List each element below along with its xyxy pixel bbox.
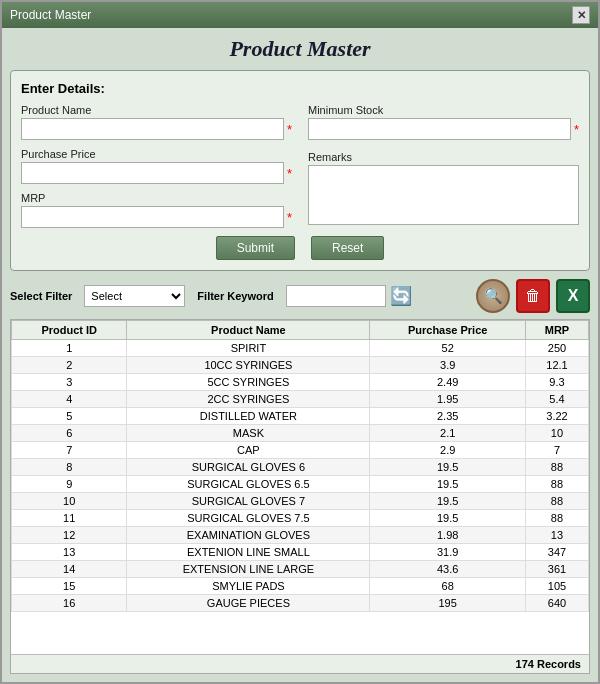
mrp-input[interactable] — [21, 206, 284, 228]
table-row[interactable]: 8 SURGICAL GLOVES 6 19.5 88 — [12, 459, 589, 476]
purchase-price-input[interactable] — [21, 162, 284, 184]
cell-id: 2 — [12, 357, 127, 374]
action-icons: 🔍 🗑 X — [476, 279, 590, 313]
cell-id: 1 — [12, 340, 127, 357]
table-row[interactable]: 4 2CC SYRINGES 1.95 5.4 — [12, 391, 589, 408]
cell-name: SURGICAL GLOVES 6 — [127, 459, 370, 476]
col-purchase-price: Purchase Price — [370, 321, 526, 340]
mrp-group: MRP * — [21, 192, 292, 228]
cell-id: 12 — [12, 527, 127, 544]
remarks-input[interactable] — [308, 165, 579, 225]
cell-id: 10 — [12, 493, 127, 510]
filter-select-wrap: Select Product Name Product ID Purchase … — [84, 285, 185, 307]
select-filter-label: Select Filter — [10, 290, 72, 302]
table-row[interactable]: 2 10CC SYRINGES 3.9 12.1 — [12, 357, 589, 374]
cell-purchase-price: 2.35 — [370, 408, 526, 425]
cell-name: EXAMINATION GLOVES — [127, 527, 370, 544]
product-name-input[interactable] — [21, 118, 284, 140]
cell-name: SMYLIE PADS — [127, 578, 370, 595]
excel-button[interactable]: X — [556, 279, 590, 313]
min-stock-input[interactable] — [308, 118, 571, 140]
cell-name: SURGICAL GLOVES 6.5 — [127, 476, 370, 493]
cell-purchase-price: 1.98 — [370, 527, 526, 544]
cell-id: 3 — [12, 374, 127, 391]
cell-id: 16 — [12, 595, 127, 612]
delete-icon: 🗑 — [525, 287, 541, 305]
cell-purchase-price: 1.95 — [370, 391, 526, 408]
cell-id: 9 — [12, 476, 127, 493]
cell-mrp: 347 — [525, 544, 588, 561]
cell-purchase-price: 2.49 — [370, 374, 526, 391]
cell-mrp: 5.4 — [525, 391, 588, 408]
cell-name: 10CC SYRINGES — [127, 357, 370, 374]
cell-purchase-price: 2.1 — [370, 425, 526, 442]
table-row[interactable]: 6 MASK 2.1 10 — [12, 425, 589, 442]
purchase-price-group: Purchase Price * — [21, 148, 292, 184]
form-section: Enter Details: Product Name * Purchase P… — [10, 70, 590, 271]
cell-mrp: 88 — [525, 476, 588, 493]
submit-button[interactable]: Submit — [216, 236, 295, 260]
title-bar: Product Master ✕ — [2, 2, 598, 28]
cell-purchase-price: 3.9 — [370, 357, 526, 374]
table-row[interactable]: 1 SPIRIT 52 250 — [12, 340, 589, 357]
table-row[interactable]: 15 SMYLIE PADS 68 105 — [12, 578, 589, 595]
cell-mrp: 13 — [525, 527, 588, 544]
cell-id: 11 — [12, 510, 127, 527]
product-table-container: Product ID Product Name Purchase Price M… — [10, 319, 590, 674]
table-row[interactable]: 5 DISTILLED WATER 2.35 3.22 — [12, 408, 589, 425]
search-refresh-button[interactable]: 🔍 — [476, 279, 510, 313]
cell-purchase-price: 19.5 — [370, 493, 526, 510]
filter-refresh-icon[interactable]: 🔄 — [390, 285, 412, 307]
purchase-price-required: * — [287, 166, 292, 181]
cell-name: 5CC SYRINGES — [127, 374, 370, 391]
filter-keyword-input[interactable] — [286, 285, 386, 307]
cell-mrp: 250 — [525, 340, 588, 357]
table-row[interactable]: 14 EXTENSION LINE LARGE 43.6 361 — [12, 561, 589, 578]
cell-purchase-price: 68 — [370, 578, 526, 595]
product-table: Product ID Product Name Purchase Price M… — [11, 320, 589, 612]
product-name-required: * — [287, 122, 292, 137]
cell-id: 7 — [12, 442, 127, 459]
cell-mrp: 9.3 — [525, 374, 588, 391]
delete-button[interactable]: 🗑 — [516, 279, 550, 313]
table-row[interactable]: 10 SURGICAL GLOVES 7 19.5 88 — [12, 493, 589, 510]
cell-name: EXTENSION LINE LARGE — [127, 561, 370, 578]
table-row[interactable]: 3 5CC SYRINGES 2.49 9.3 — [12, 374, 589, 391]
close-button[interactable]: ✕ — [572, 6, 590, 24]
cell-mrp: 88 — [525, 493, 588, 510]
filter-row: Select Filter Select Product Name Produc… — [10, 279, 590, 313]
cell-name: SPIRIT — [127, 340, 370, 357]
mrp-required: * — [287, 210, 292, 225]
reset-button[interactable]: Reset — [311, 236, 384, 260]
form-section-title: Enter Details: — [21, 81, 579, 96]
table-row[interactable]: 16 GAUGE PIECES 195 640 — [12, 595, 589, 612]
cell-purchase-price: 2.9 — [370, 442, 526, 459]
cell-id: 5 — [12, 408, 127, 425]
cell-name: DISTILLED WATER — [127, 408, 370, 425]
table-row[interactable]: 13 EXTENION LINE SMALL 31.9 347 — [12, 544, 589, 561]
records-count: 174 Records — [516, 658, 581, 670]
title-bar-text: Product Master — [10, 8, 91, 22]
cell-mrp: 361 — [525, 561, 588, 578]
cell-id: 14 — [12, 561, 127, 578]
table-header-row: Product ID Product Name Purchase Price M… — [12, 321, 589, 340]
cell-name: GAUGE PIECES — [127, 595, 370, 612]
table-scroll[interactable]: Product ID Product Name Purchase Price M… — [11, 320, 589, 654]
cell-mrp: 640 — [525, 595, 588, 612]
cell-mrp: 105 — [525, 578, 588, 595]
page-title: Product Master — [10, 36, 590, 62]
table-row[interactable]: 11 SURGICAL GLOVES 7.5 19.5 88 — [12, 510, 589, 527]
table-row[interactable]: 7 CAP 2.9 7 — [12, 442, 589, 459]
table-body: 1 SPIRIT 52 250 2 10CC SYRINGES 3.9 12.1… — [12, 340, 589, 612]
cell-purchase-price: 31.9 — [370, 544, 526, 561]
cell-id: 4 — [12, 391, 127, 408]
filter-keyword-label: Filter Keyword — [197, 290, 273, 302]
col-product-name: Product Name — [127, 321, 370, 340]
cell-mrp: 88 — [525, 510, 588, 527]
cell-purchase-price: 52 — [370, 340, 526, 357]
table-row[interactable]: 12 EXAMINATION GLOVES 1.98 13 — [12, 527, 589, 544]
table-row[interactable]: 9 SURGICAL GLOVES 6.5 19.5 88 — [12, 476, 589, 493]
col-product-id: Product ID — [12, 321, 127, 340]
filter-keyword-wrap: 🔄 — [286, 285, 412, 307]
filter-select[interactable]: Select Product Name Product ID Purchase … — [84, 285, 185, 307]
